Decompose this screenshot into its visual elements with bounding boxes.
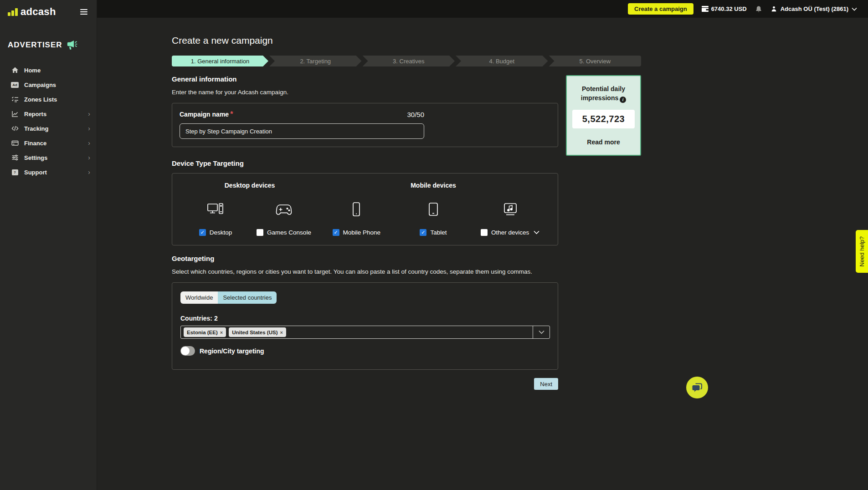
impressions-title: Potential daily impressionsi [570, 85, 637, 103]
chevron-right-icon: › [88, 169, 90, 175]
logo-text: adcash [21, 6, 56, 18]
need-help-tab[interactable]: Need help? [856, 230, 868, 273]
chart-icon [11, 110, 19, 118]
tablet-checkbox-row[interactable]: Tablet [420, 229, 447, 236]
region-city-toggle[interactable] [180, 346, 195, 356]
create-campaign-button[interactable]: Create a campaign [628, 3, 693, 15]
mobile-devices-group-title: Mobile devices [318, 182, 549, 189]
region-city-toggle-label: Region/City targeting [200, 347, 264, 355]
impressions-value: 5,522,723 [572, 110, 635, 128]
checklist-icon [11, 96, 19, 103]
device-mobile-phone: Mobile Phone [324, 195, 388, 236]
geotargeting-card: Worldwide Selected countries Countries: … [172, 282, 558, 370]
sidebar: adcash ADVERTISER Home Ad [0, 0, 97, 490]
remove-chip-icon[interactable]: × [280, 330, 283, 335]
remove-chip-icon[interactable]: × [220, 330, 223, 335]
step-general-information[interactable]: 1. General information [172, 56, 268, 66]
page-title: Create a new campaign [172, 35, 868, 46]
hamburger-menu-icon[interactable] [80, 9, 87, 15]
portal-label: ADVERTISER [8, 41, 62, 50]
geotargeting-description: Select which countries, regions or citie… [172, 268, 558, 275]
account-balance[interactable]: 6740.32 USD [702, 5, 747, 12]
sidebar-item-tracking[interactable]: Tracking › [0, 121, 97, 136]
chevron-down-icon [852, 7, 857, 11]
other-devices-checkbox[interactable] [481, 229, 488, 236]
sidebar-item-reports[interactable]: Reports › [0, 107, 97, 121]
sidebar-item-finance[interactable]: Finance › [0, 136, 97, 150]
device-games-console: Games Console [252, 195, 316, 236]
campaign-name-label: Campaign name [180, 111, 229, 118]
device-desktop: Desktop [184, 195, 247, 236]
ad-badge-icon: Ad [11, 81, 19, 89]
logo-bars-icon [8, 8, 18, 16]
chat-widget-button[interactable] [686, 377, 708, 398]
desktop-checkbox[interactable] [199, 229, 206, 236]
selected-countries-mode-button[interactable]: Selected countries [218, 291, 277, 304]
device-targeting-heading: Device Type Targeting [172, 159, 558, 167]
question-badge-icon: ? [11, 168, 19, 176]
countries-count-label: Countries: 2 [180, 315, 550, 322]
countries-dropdown-caret[interactable] [533, 326, 550, 338]
home-icon [11, 66, 19, 74]
desktop-checkbox-row[interactable]: Desktop [199, 229, 232, 236]
gamepad-icon [273, 195, 294, 224]
geotargeting-heading: Geotargeting [172, 255, 558, 262]
step-budget[interactable]: 4. Budget [456, 56, 548, 66]
account-menu[interactable]: Adcash OÜ (Test) (2861) [770, 5, 857, 12]
chevron-right-icon: › [88, 140, 90, 146]
credit-card-icon [11, 139, 19, 147]
notifications-bell-icon[interactable] [755, 5, 762, 13]
char-counter: 30/50 [407, 111, 424, 118]
required-asterisk: * [230, 110, 233, 118]
info-icon[interactable]: i [620, 97, 626, 103]
chevron-right-icon: › [88, 154, 90, 161]
chat-bubbles-icon [691, 382, 704, 394]
geo-mode-segmented-control: Worldwide Selected countries [180, 291, 277, 304]
sidebar-item-settings[interactable]: Settings › [0, 150, 97, 165]
chevron-right-icon: › [88, 111, 90, 117]
code-icon [11, 125, 19, 133]
next-button[interactable]: Next [534, 378, 558, 390]
country-chip-estonia[interactable]: Estonia (EE) × [184, 327, 226, 337]
topbar: Create a campaign 6740.32 USD Adcash OÜ … [97, 0, 868, 18]
potential-impressions-panel: Potential daily impressionsi 5,522,723 R… [566, 75, 641, 156]
mobile-phone-checkbox[interactable] [333, 229, 339, 236]
chevron-down-icon[interactable] [534, 230, 539, 235]
sidebar-item-support[interactable]: ? Support › [0, 165, 97, 179]
app-root: adcash ADVERTISER Home Ad [0, 0, 868, 490]
adcash-logo[interactable]: adcash [8, 6, 56, 18]
general-info-description: Enter the name for your Adcash campaign. [172, 89, 558, 96]
campaign-stepper: 1. General information 2. Targeting 3. C… [172, 56, 641, 66]
media-device-icon [500, 195, 521, 224]
worldwide-mode-button[interactable]: Worldwide [180, 291, 218, 304]
wallet-icon [702, 6, 709, 12]
campaign-name-card: Campaign name * 30/50 [172, 103, 558, 147]
phone-icon [346, 195, 367, 224]
tablet-icon [423, 195, 444, 224]
desktop-devices-group-title: Desktop devices [181, 182, 318, 189]
step-creatives[interactable]: 3. Creatives [363, 56, 455, 66]
device-targeting-card: Desktop devices [172, 173, 558, 245]
campaign-name-input[interactable] [180, 123, 424, 139]
countries-multiselect[interactable]: Estonia (EE) × United States (US) × [180, 326, 550, 339]
mobile-phone-checkbox-row[interactable]: Mobile Phone [333, 229, 381, 236]
games-console-checkbox-row[interactable]: Games Console [257, 229, 311, 236]
device-tablet: Tablet [401, 195, 465, 236]
other-devices-checkbox-row[interactable]: Other devices [481, 229, 539, 236]
step-targeting[interactable]: 2. Targeting [269, 56, 362, 66]
tablet-checkbox[interactable] [420, 229, 426, 236]
sidebar-nav: Home Ad Campaigns Zones Lists Reports › [0, 63, 97, 179]
device-other-devices: Other devices [478, 195, 542, 236]
wizard-content: Create a new campaign 1. General informa… [97, 18, 868, 390]
sidebar-item-home[interactable]: Home [0, 63, 97, 77]
megaphone-icon [67, 40, 78, 50]
user-icon [770, 5, 777, 12]
sidebar-item-zones-lists[interactable]: Zones Lists [0, 92, 97, 107]
desktop-icon [205, 195, 226, 224]
sidebar-item-campaigns[interactable]: Ad Campaigns [0, 77, 97, 92]
step-overview[interactable]: 5. Overview [549, 56, 642, 66]
chevron-right-icon: › [88, 125, 90, 132]
country-chip-united-states[interactable]: United States (US) × [229, 327, 286, 337]
read-more-link[interactable]: Read more [570, 138, 637, 146]
games-console-checkbox[interactable] [257, 229, 263, 236]
